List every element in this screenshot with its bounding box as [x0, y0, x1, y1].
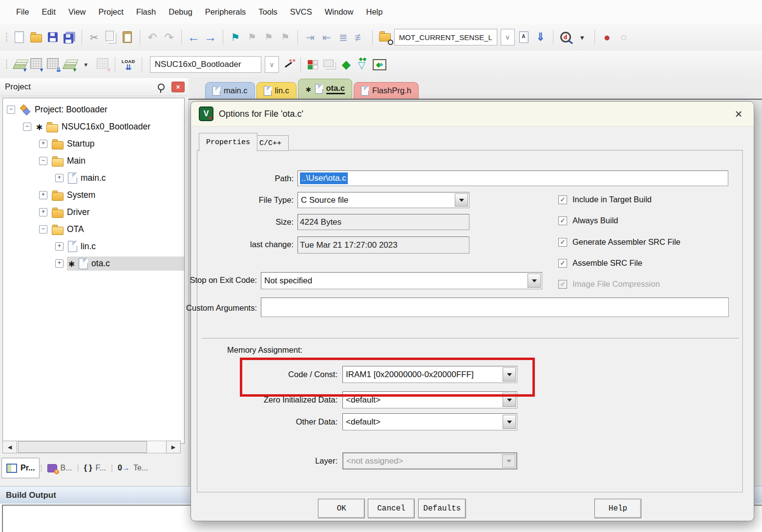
toolbar-button-rebuild[interactable]: ⇊ [45, 56, 60, 73]
scroll-left-button[interactable]: ◀ [2, 441, 17, 453]
toolbar-button-translate[interactable]: ▼ [12, 56, 27, 73]
tree-item-main-c[interactable]: +main.c [3, 170, 184, 187]
menu-item-view[interactable]: View [62, 7, 92, 17]
toolbar-button-packs-filter[interactable]: ▽◆◆ [356, 56, 370, 73]
path-input[interactable]: ..\User\ota.c [297, 170, 728, 186]
menu-item-edit[interactable]: Edit [36, 7, 62, 17]
toolbar-button-wand[interactable] [281, 56, 296, 73]
dialog-close-button[interactable]: × [731, 107, 746, 120]
checkbox-box-icon[interactable]: ✓ [558, 238, 567, 247]
tree-expander-plus-icon[interactable]: + [39, 140, 47, 148]
checkbox-include-in-target-build[interactable]: ✓Include in Target Build [558, 195, 652, 204]
button-defaults[interactable]: Defaults [418, 499, 466, 518]
file-type-dropdown-button[interactable] [455, 193, 468, 207]
toolbar-button-search-d[interactable]: d [558, 28, 573, 46]
pin-icon[interactable] [158, 84, 165, 90]
toolbar-button-bookmark-toggle[interactable]: ⚑ [228, 28, 243, 46]
button-ok[interactable]: OK [318, 499, 365, 518]
tree-item-main[interactable]: −Main [3, 152, 184, 170]
stop-on-exit-dropdown-button[interactable] [528, 274, 541, 288]
toolbar-button-find-in-files[interactable] [378, 28, 392, 46]
tree-expander-minus-icon[interactable]: − [23, 123, 31, 131]
checkbox-image-file-compression[interactable]: ✓Image File Compression [558, 279, 660, 289]
memory-select-other-data[interactable]: <default> [342, 413, 517, 430]
tree-expander-plus-icon[interactable]: + [55, 259, 64, 268]
tree-expander-plus-icon[interactable]: + [55, 242, 64, 251]
toolbar-button-runtime[interactable]: ◆ [339, 56, 354, 73]
menu-item-debug[interactable]: Debug [162, 7, 199, 17]
button-cancel[interactable]: Cancel [368, 499, 415, 518]
checkbox-always-build[interactable]: ✓Always Build [558, 216, 618, 225]
toolbar-button-copy[interactable] [104, 28, 118, 46]
horizontal-scrollbar[interactable]: ◀ ▶ [2, 441, 181, 453]
toolbar-button-save-all[interactable] [62, 28, 77, 46]
toolbar-button-undo[interactable]: ↶ [145, 28, 160, 46]
panel-tab-b[interactable]: B... [43, 458, 77, 478]
toolbar-button-bookmark-next[interactable]: ⚑ [261, 28, 276, 46]
editor-tab-lin-c[interactable]: lin.c [256, 82, 296, 99]
toolbar-button-indent[interactable]: ⇥ [303, 28, 318, 46]
toolbar-button-batch-caret[interactable]: ▾ [79, 56, 93, 73]
tree-item-lin-c[interactable]: +lin.c [3, 238, 184, 255]
tree-expander-minus-icon[interactable]: − [39, 157, 47, 165]
button-help[interactable]: Help [594, 499, 641, 518]
memory-select-zero-initialized-data[interactable]: <default> [342, 391, 517, 408]
tree-expander-plus-icon[interactable]: + [55, 174, 64, 182]
tree-item-ota-c[interactable]: +∗ota.c [3, 255, 184, 272]
tree-expander-minus-icon[interactable]: − [7, 106, 15, 114]
tree-item-ota[interactable]: −OTA [3, 221, 184, 238]
close-panel-button[interactable]: × [171, 82, 185, 92]
toolbar-button-build[interactable]: ▼ [29, 56, 43, 73]
menu-item-svcs[interactable]: SVCS [284, 7, 318, 17]
toolbar-button-cut[interactable]: ✂ [87, 28, 102, 46]
checkbox-box-icon[interactable]: ✓ [558, 216, 567, 225]
checkbox-box-icon[interactable]: ✓ [558, 259, 567, 268]
toolbar-button-bp-red[interactable]: ● [600, 28, 614, 46]
tree-expander-plus-icon[interactable]: + [39, 208, 47, 216]
search-combobox[interactable]: MOT_CURRENT_SENSE_L [394, 29, 497, 45]
memory-dropdown-button[interactable] [503, 393, 516, 407]
scroll-track[interactable] [17, 441, 166, 453]
toolbar-button-frames[interactable] [322, 56, 337, 73]
toolbar-button-bp-hollow[interactable]: ○ [616, 28, 631, 46]
toolbar-button-stop-build[interactable]: × [95, 56, 110, 73]
panel-tab-te[interactable]: 0→Te... [113, 458, 152, 478]
toolbar-button-batch-build[interactable]: ▼ [62, 56, 77, 73]
memory-select-code-const[interactable]: IRAM1 [0x20000000-0x20000FFF] [342, 366, 517, 383]
tree-item-driver[interactable]: +Driver [3, 204, 184, 221]
stop-on-exit-select[interactable]: Not specified [261, 272, 542, 289]
menu-item-project[interactable]: Project [92, 7, 130, 17]
tree-item-project-bootloader[interactable]: −Project: Bootloader [3, 101, 184, 118]
toolbar-button-redo[interactable]: ↷ [162, 28, 176, 46]
toolbar-button-new-file[interactable] [12, 28, 27, 46]
tree-item-startup[interactable]: +Startup [3, 135, 184, 152]
custom-arguments-input[interactable] [261, 298, 729, 317]
toolbar-button-doc-search[interactable]: A [517, 28, 531, 46]
toolbar-button-comment[interactable]: ≣ [336, 28, 351, 46]
toolbar-button-uncomment[interactable]: ≢ [353, 28, 367, 46]
scroll-thumb[interactable] [18, 441, 147, 453]
tree-item-nsuc16x0-bootloader[interactable]: −∗NSUC16x0_Bootloader [3, 118, 184, 135]
checkbox-box-icon[interactable]: ✓ [558, 195, 567, 204]
memory-dropdown-button[interactable] [503, 367, 516, 382]
checkbox-generate-assembler-src-file[interactable]: ✓Generate Assembler SRC File [558, 237, 680, 247]
toolbar-button-caret[interactable]: ▾ [575, 28, 590, 46]
panel-tab-pr[interactable]: Pr... [1, 458, 40, 478]
editor-tab-flashprg-h[interactable]: FlashPrg.h [354, 82, 419, 99]
tree-item-system[interactable]: +System [3, 187, 184, 204]
tree-expander-plus-icon[interactable]: + [39, 191, 47, 199]
target-select-combobox[interactable]: NSUC16x0_Bootloader [150, 56, 261, 73]
toolbar-button-components[interactable] [306, 56, 320, 73]
tab-properties[interactable]: Properties [199, 133, 257, 151]
search-combobox-dropdown-button[interactable]: ∨ [501, 29, 515, 45]
toolbar-button-bookmark-prev[interactable]: ⚑ [245, 28, 259, 46]
menu-item-file[interactable]: File [10, 7, 36, 17]
toolbar-button-open[interactable] [29, 28, 43, 46]
target-select-dropdown-button[interactable]: ∨ [265, 56, 279, 73]
toolbar-button-save[interactable] [45, 28, 60, 46]
tab-c-cpp[interactable]: C/C++ [252, 135, 289, 151]
file-type-select[interactable]: C Source file [297, 192, 469, 208]
editor-tab-main-c[interactable]: main.c [205, 82, 255, 99]
toolbar-button-find-next[interactable]: ⇓ [533, 28, 548, 46]
toolbar-button-load[interactable]: LOAD⇊ [120, 56, 137, 73]
